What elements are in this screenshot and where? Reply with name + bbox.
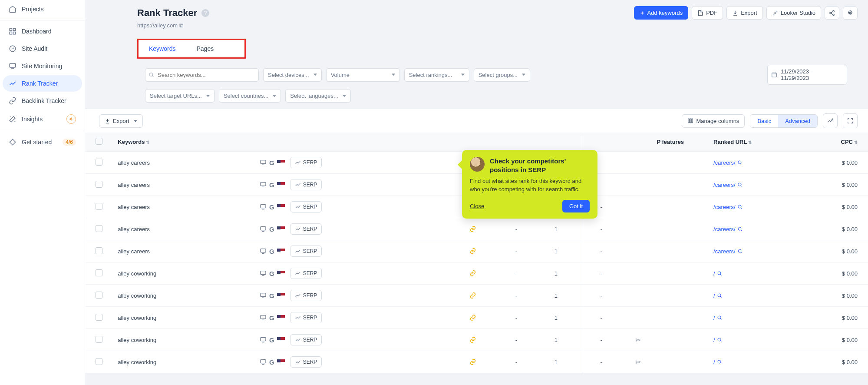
serp-feature-icon	[469, 358, 495, 365]
wave-icon	[295, 248, 301, 254]
tab-keywords[interactable]: Keywords	[139, 40, 186, 57]
select-volume[interactable]: Volume	[326, 68, 400, 82]
serp-button[interactable]: SERP	[290, 223, 322, 235]
row-checkbox[interactable]	[96, 159, 102, 166]
export-table-button[interactable]: Export	[99, 114, 143, 128]
fullscreen-button[interactable]	[843, 113, 858, 128]
serp-feature-icon	[469, 270, 495, 277]
row-checkbox[interactable]	[96, 314, 102, 321]
settings-button[interactable]	[843, 7, 858, 20]
add-keywords-button[interactable]: Add keywords	[634, 6, 689, 20]
sidebar-item-site-audit[interactable]: Site Audit	[3, 40, 82, 57]
cpc-value: $ 0.00	[811, 174, 868, 196]
ranked-url-link[interactable]: /	[713, 270, 722, 277]
help-icon[interactable]: ?	[201, 9, 209, 17]
cpc-value: $ 0.00	[811, 307, 868, 329]
sidebar-item-get-started[interactable]: Get started 4/6	[3, 134, 82, 150]
sidebar-item-insights[interactable]: Insights	[3, 110, 82, 128]
link-icon	[9, 97, 17, 105]
serp-button[interactable]: SERP	[290, 201, 322, 212]
row-checkbox[interactable]	[96, 181, 102, 188]
row-checkbox[interactable]	[96, 203, 102, 210]
row-checkbox[interactable]	[96, 292, 102, 299]
sidebar-item-label: Get started	[22, 139, 52, 146]
svg-rect-23	[261, 205, 266, 208]
tip-close-link[interactable]: Close	[470, 203, 484, 209]
column-cpc-header[interactable]: CPC	[841, 139, 853, 145]
svg-point-22	[738, 183, 741, 186]
svg-point-6	[70, 118, 72, 120]
sidebar-item-dashboard[interactable]: Dashboard	[3, 23, 82, 40]
serp-button[interactable]: SERP	[290, 290, 322, 301]
select-devices[interactable]: Select devices...	[263, 68, 322, 82]
column-serp-features-header[interactable]: P features	[657, 139, 684, 145]
pdf-button[interactable]: PDF	[692, 6, 723, 20]
search-keywords-input[interactable]	[145, 68, 259, 82]
site-url[interactable]: https://alley.com⧉	[137, 22, 858, 29]
sidebar-item-site-monitoring[interactable]: Site Monitoring	[3, 58, 82, 74]
ranked-url-link[interactable]: /	[713, 315, 722, 321]
monitor-icon	[9, 62, 17, 70]
row-checkbox[interactable]	[96, 225, 102, 232]
serp-button[interactable]: SERP	[290, 312, 322, 323]
site-url-link[interactable]: https://alley.com	[137, 22, 178, 29]
select-rankings[interactable]: Select rankings...	[404, 68, 469, 82]
serp-button[interactable]: SERP	[290, 179, 322, 190]
us-flag-icon	[277, 359, 285, 365]
svg-rect-3	[13, 32, 16, 34]
looker-studio-button[interactable]: Looker Studio	[766, 6, 821, 20]
svg-point-14	[149, 73, 153, 76]
us-flag-icon	[277, 337, 285, 342]
export-header-button[interactable]: Export	[726, 6, 763, 20]
ranked-url-link[interactable]: /careers/	[713, 248, 743, 255]
row-checkbox[interactable]	[96, 336, 102, 343]
ranked-url-link[interactable]: /careers/	[713, 226, 743, 232]
row-checkbox[interactable]	[96, 247, 102, 254]
serp-button[interactable]: SERP	[290, 268, 322, 279]
advanced-view-button[interactable]: Advanced	[778, 115, 817, 127]
basic-view-button[interactable]: Basic	[750, 115, 778, 127]
us-flag-icon	[277, 293, 285, 298]
ranked-url-link[interactable]: /careers/	[713, 159, 743, 166]
magnifier-icon	[717, 315, 722, 320]
tip-gotit-button[interactable]: Got it	[562, 200, 590, 212]
ranked-url-link[interactable]: /	[713, 292, 722, 299]
chart-toggle-button[interactable]	[823, 113, 838, 128]
sidebar-item-backlink-tracker[interactable]: Backlink Tracker	[3, 93, 82, 109]
serp-button[interactable]: SERP	[290, 334, 322, 345]
column-keywords-header[interactable]: Keywords	[118, 139, 145, 145]
row-checkbox[interactable]	[96, 358, 102, 365]
magnifier-icon	[737, 226, 743, 232]
cpc-value: $ 0.00	[811, 329, 868, 351]
select-all-checkbox[interactable]	[96, 138, 102, 145]
sidebar-item-label: Rank Tracker	[22, 80, 58, 87]
ranked-url-link[interactable]: /careers/	[713, 204, 743, 210]
desktop-icon	[260, 314, 267, 321]
ranked-url-link[interactable]: /	[713, 359, 722, 365]
select-languages[interactable]: Select languages...	[285, 89, 351, 103]
date-range-picker[interactable]: 11/29/2023 - 11/29/2023	[767, 65, 847, 85]
row-checkbox[interactable]	[96, 269, 102, 276]
share-button[interactable]	[825, 7, 839, 20]
select-target-urls[interactable]: Select target URLs...	[145, 89, 215, 103]
ranked-url-link[interactable]: /	[713, 337, 722, 343]
select-countries[interactable]: Select countries...	[219, 89, 281, 103]
serp-button[interactable]: SERP	[290, 157, 322, 168]
svg-rect-17	[690, 119, 691, 123]
cpc-value: $ 0.00	[811, 285, 868, 307]
tab-pages[interactable]: Pages	[186, 40, 224, 57]
svg-rect-31	[261, 293, 266, 297]
column-ranked-url-header[interactable]: Ranked URL	[713, 139, 747, 145]
manage-columns-button[interactable]: Manage columns	[682, 114, 745, 128]
select-groups[interactable]: Select groups...	[474, 68, 530, 82]
serp-button[interactable]: SERP	[290, 356, 322, 368]
sidebar-item-projects[interactable]: Projects	[3, 1, 82, 17]
diff-value: -	[579, 285, 624, 307]
sidebar-item-rank-tracker[interactable]: Rank Tracker	[3, 75, 82, 92]
serp-button[interactable]: SERP	[290, 246, 322, 257]
count-value: 1	[533, 351, 579, 373]
wave-icon	[295, 292, 301, 299]
keyword-name: alley careers	[118, 182, 254, 188]
ranked-url-link[interactable]: /careers/	[713, 182, 743, 188]
svg-point-12	[833, 14, 835, 16]
